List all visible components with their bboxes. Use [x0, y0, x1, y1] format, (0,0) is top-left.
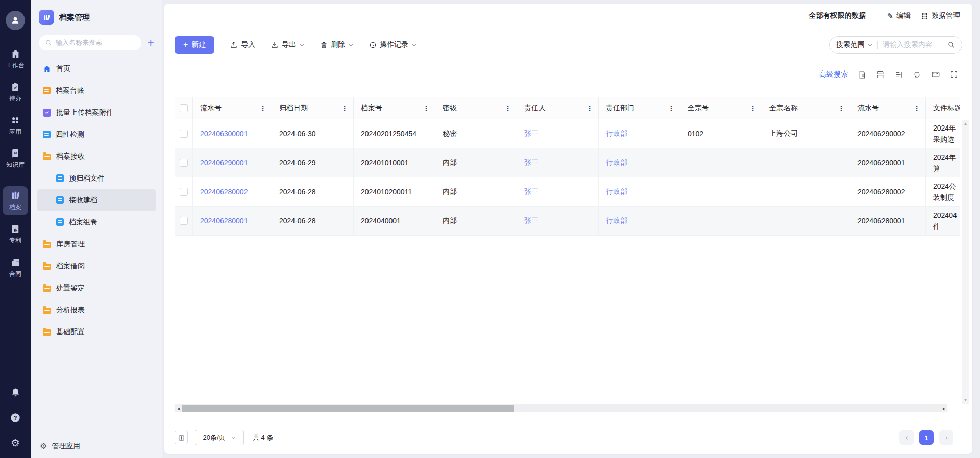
serial-link[interactable]: 202406280002 [200, 188, 248, 196]
column-menu-icon[interactable]: ⋮ [668, 104, 675, 112]
owner-link[interactable]: 张三 [524, 158, 538, 167]
column-header: 归档日期 [279, 104, 308, 113]
sidebar-item-receive-filing[interactable]: 接收建档 [37, 189, 156, 211]
bell-icon[interactable] [10, 387, 21, 398]
current-page-button[interactable]: 1 [919, 430, 934, 445]
export-button[interactable]: 导出 [271, 40, 305, 49]
settings-gear-icon[interactable]: ⚙ [11, 438, 20, 448]
column-menu-icon[interactable]: ⋮ [341, 104, 348, 112]
delete-button[interactable]: 删除 [320, 40, 354, 49]
doc-icon [56, 174, 64, 182]
search-input[interactable]: 请输入搜索内容 [883, 40, 943, 49]
column-menu-icon[interactable]: ⋮ [259, 104, 266, 112]
owner-link[interactable]: 张三 [524, 129, 538, 138]
sidebar-menu: 首页 档案台账 批量上传档案附件 四性检测 档案接收 预归档文件 接收建档 [31, 57, 162, 434]
sidebar-search-input[interactable]: 输入名称来搜索 [39, 35, 141, 50]
new-button[interactable]: + 新建 [175, 36, 214, 54]
add-button[interactable]: + [148, 37, 154, 49]
table-tools-row: 高级搜索 [819, 70, 958, 79]
sidebar-search-row: 输入名称来搜索 + [31, 31, 162, 57]
column-settings-icon[interactable] [894, 70, 903, 79]
dept-link[interactable]: 行政部 [606, 129, 627, 138]
rail-item-knowledge[interactable]: AI 知识库 [3, 144, 28, 173]
row-height-button[interactable] [175, 431, 188, 444]
column-menu-icon[interactable]: ⋮ [838, 104, 845, 112]
column-menu-icon[interactable]: ⋮ [913, 104, 920, 112]
scroll-left-icon[interactable]: ◂ [177, 406, 180, 411]
fullscreen-icon[interactable] [950, 70, 958, 79]
row-checkbox[interactable] [180, 159, 188, 167]
cell-fonds-name [762, 207, 850, 235]
rail-item-contract[interactable]: 合同 [3, 253, 28, 282]
prev-page-button[interactable] [899, 430, 914, 445]
app-logo-books-icon [43, 14, 51, 21]
page-size-select[interactable]: 20条/页 [195, 430, 244, 445]
sidebar-item-archive-receive[interactable]: 档案接收 [37, 145, 156, 167]
select-all-checkbox[interactable] [180, 104, 188, 112]
sidebar-item-archive-volume[interactable]: 档案组卷 [37, 211, 156, 233]
row-checkbox[interactable] [180, 188, 188, 196]
svg-text:?: ? [14, 415, 17, 421]
sidebar-item-batch-upload[interactable]: 批量上传档案附件 [37, 101, 156, 123]
keyboard-icon[interactable] [931, 70, 940, 79]
refresh-icon[interactable] [913, 70, 921, 79]
column-menu-icon[interactable]: ⋮ [423, 104, 430, 112]
sidebar-item-four-check[interactable]: 四性检测 [37, 123, 156, 145]
scroll-right-icon[interactable]: ▸ [943, 406, 945, 411]
operation-log-button[interactable]: 操作记录 [369, 40, 417, 49]
rail-item-workbench[interactable]: 工作台 [3, 44, 28, 73]
export-doc-icon[interactable] [857, 70, 866, 79]
row-checkbox[interactable] [180, 217, 188, 225]
dept-link[interactable]: 行政部 [606, 158, 627, 167]
edit-button[interactable]: ✎ 编辑 [887, 11, 911, 20]
serial-link[interactable]: 202406300001 [200, 130, 248, 138]
rail-item-apps[interactable]: 应用 [3, 111, 28, 140]
sidebar-item-reports[interactable]: 分析报表 [37, 299, 156, 321]
horizontal-scroll-thumb[interactable] [182, 405, 514, 412]
advanced-search-link[interactable]: 高级搜索 [819, 70, 848, 79]
dept-link[interactable]: 行政部 [606, 187, 627, 196]
rail-item-patent[interactable]: 专利 [3, 220, 28, 248]
sidebar-item-base-config[interactable]: 基础配置 [37, 321, 156, 343]
title-line: 算 [933, 163, 940, 174]
next-page-button[interactable] [939, 430, 953, 445]
table-row: 202406280001 2024-06-28 2024040001 内部 张三… [175, 207, 960, 236]
vertical-scrollbar[interactable]: ▲ ▼ [962, 120, 969, 404]
sidebar-item-ledger[interactable]: 档案台账 [37, 80, 156, 101]
sidebar-item-borrow[interactable]: 档案借阅 [37, 255, 156, 277]
sidebar-item-disposal[interactable]: 处置鉴定 [37, 277, 156, 299]
search-scope-dropdown[interactable]: 搜索范围 [836, 40, 873, 49]
search-icon[interactable] [947, 41, 955, 49]
cell-serial2: 202406280002 [850, 177, 926, 206]
rail-item-label: 专利 [9, 236, 21, 245]
import-button[interactable]: 导入 [230, 40, 255, 49]
serial-link[interactable]: 202406280001 [200, 217, 248, 225]
owner-link[interactable]: 张三 [524, 187, 538, 196]
sidebar-item-home[interactable]: 首页 [37, 58, 156, 80]
manage-app-button[interactable]: ⚙ 管理应用 [31, 434, 162, 458]
table-row: 202406300001 2024-06-30 20240201250454 秘… [175, 119, 960, 148]
table-header-row: 流水号⋮ 归档日期⋮ 档案号⋮ 密级⋮ 责任人⋮ 责任部门⋮ 全宗号⋮ 全宗名称… [175, 97, 960, 119]
column-menu-icon[interactable]: ⋮ [586, 104, 593, 112]
sidebar-item-pre-archive[interactable]: 预归档文件 [37, 167, 156, 189]
cell-fonds-no [680, 207, 762, 235]
horizontal-scrollbar[interactable]: ◂ ▸ [175, 404, 947, 412]
column-menu-icon[interactable]: ⋮ [504, 104, 511, 112]
card-layout-icon[interactable] [876, 70, 885, 79]
scroll-up-icon[interactable]: ▲ [964, 122, 968, 126]
doc-icon [56, 196, 64, 204]
scroll-down-icon[interactable]: ▼ [964, 398, 968, 402]
sidebar-item-warehouse[interactable]: 库房管理 [37, 233, 156, 255]
owner-link[interactable]: 张三 [524, 216, 538, 225]
row-checkbox[interactable] [180, 130, 188, 138]
user-avatar[interactable] [6, 11, 25, 30]
serial-link[interactable]: 202406290001 [200, 159, 248, 167]
data-manage-button[interactable]: 数据管理 [921, 11, 960, 20]
cell-fonds-name: 上海公司 [762, 119, 850, 148]
column-menu-icon[interactable]: ⋮ [749, 104, 756, 112]
dept-link[interactable]: 行政部 [606, 216, 627, 225]
rail-item-archive[interactable]: 档案 [3, 186, 28, 215]
help-icon[interactable]: ? [10, 412, 21, 423]
database-icon [921, 12, 928, 20]
rail-item-todo[interactable]: 待办 [3, 78, 28, 107]
